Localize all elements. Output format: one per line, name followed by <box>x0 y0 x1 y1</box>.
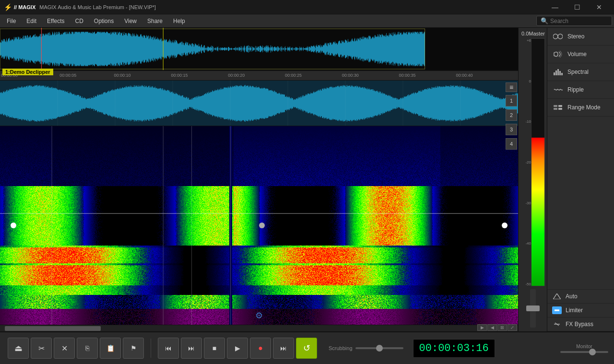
vu-label-m20: -20 <box>520 160 531 164</box>
monitor-section: Monitor <box>560 344 608 353</box>
move-tool-button[interactable]: ⏏ <box>8 338 29 359</box>
menu-options[interactable]: Options <box>89 16 118 26</box>
vu-label-p6: +6 <box>520 38 531 43</box>
app-logo-text: // MAGIX <box>14 4 35 10</box>
stop-button[interactable]: ■ <box>204 338 225 359</box>
titlebar-left: ⚡ // MAGIX MAGIX Audio & Music Lab Premi… <box>4 3 156 11</box>
scrubbing-section: Scrubbing <box>329 345 403 351</box>
goto-start-button[interactable]: ⏮ <box>158 338 179 359</box>
waveform-canvas <box>0 81 518 126</box>
overview-waveform[interactable] <box>0 28 518 71</box>
ripple-button[interactable]: Ripple <box>547 81 614 99</box>
ripple-icon <box>552 85 564 94</box>
menu-share[interactable]: Share <box>142 16 167 26</box>
minimize-button[interactable]: — <box>544 0 566 14</box>
maximize-button[interactable]: ☐ <box>566 0 588 14</box>
master-header: 0.0 Master <box>519 30 547 37</box>
master-panel: 0.0 Master +6 0 -10 -20 -30 -40 -50 <box>518 28 547 331</box>
play-button[interactable]: ▶ <box>227 338 248 359</box>
vu-label-m40: -40 <box>520 241 531 246</box>
app-logo: ⚡ // MAGIX <box>4 3 35 11</box>
menu-view[interactable]: View <box>119 16 142 26</box>
timeline-ruler: 00:00:00 00:00:05 00:00:10 00:00:15 00:0… <box>0 71 518 81</box>
range-mode-button[interactable]: Range Mode <box>547 99 614 117</box>
vu-bar-fill <box>531 138 544 286</box>
menu-effects[interactable]: Effects <box>42 16 69 26</box>
search-input[interactable] <box>550 18 608 24</box>
menu-cd[interactable]: CD <box>71 16 88 26</box>
spectral-icon <box>552 67 564 77</box>
selection-handle-left[interactable] <box>11 223 16 228</box>
cut-button[interactable]: ✂ <box>31 338 52 359</box>
selection-handle-right[interactable] <box>502 223 508 228</box>
right-panel: Stereo Volume <box>547 28 614 331</box>
track-num-1[interactable]: 1 <box>506 95 517 106</box>
h-scrollbar[interactable]: ▶ ◀ ⊠ ⤢ <box>0 325 518 331</box>
svg-rect-3 <box>555 70 557 75</box>
magix-logo-icon: ⚡ <box>4 3 12 11</box>
h-scrollbar-thumb[interactable] <box>5 326 101 331</box>
loop-button[interactable]: ↺ <box>296 338 317 359</box>
ruler-mark-3: 00:00:15 <box>171 73 188 78</box>
vu-label-m10: -10 <box>520 119 531 124</box>
fx-bypass-button[interactable]: FX Bypass <box>547 317 614 331</box>
delete-button[interactable]: ✕ <box>54 338 75 359</box>
spectrogram[interactable]: ⚙ <box>0 126 518 325</box>
transport-separator <box>151 339 151 358</box>
track-num-4[interactable]: 4 <box>506 138 517 150</box>
nav-expand-btn[interactable]: ⤢ <box>508 324 517 331</box>
menu-help[interactable]: Help <box>168 16 190 26</box>
record-button[interactable]: ● <box>250 338 271 359</box>
volume-label: Volume <box>567 51 587 58</box>
svg-rect-8 <box>554 108 557 110</box>
vu-label-m50: -50 <box>520 282 531 286</box>
svg-rect-9 <box>558 105 562 107</box>
main-view[interactable]: ⚙ ▶ ◀ ⊠ ⤢ <box>0 81 518 331</box>
spectral-label: Spectral <box>567 69 589 75</box>
stereo-button[interactable]: Stereo <box>547 28 614 46</box>
track-menu-button[interactable]: ≡ <box>506 82 517 92</box>
next-marker-button[interactable]: ⏭ <box>273 338 294 359</box>
fx-bypass-label: FX Bypass <box>566 321 593 328</box>
timecode-display: 00:00:03:16 <box>413 339 495 358</box>
svg-rect-10 <box>558 108 562 110</box>
fader-thumb[interactable] <box>526 305 540 311</box>
menu-edit[interactable]: Edit <box>22 16 41 26</box>
volume-button[interactable]: Volume <box>547 46 614 63</box>
prev-marker-button[interactable]: ⏭ <box>181 338 202 359</box>
spectral-button[interactable]: Spectral <box>547 63 614 81</box>
auto-icon <box>552 293 562 300</box>
track-num-3[interactable]: 3 <box>506 124 517 135</box>
scrubbing-slider[interactable] <box>355 347 403 349</box>
nav-prev-btn[interactable]: ◀ <box>487 324 497 331</box>
titlebar: ⚡ // MAGIX MAGIX Audio & Music Lab Premi… <box>0 0 614 14</box>
track-num-2[interactable]: 2 <box>506 109 517 121</box>
vu-label-0: 0 <box>520 79 531 83</box>
transport-bar: ⏏ ✂ ✕ ⎘ 📋 ⚑ ⏮ ⏭ ■ ▶ ● ⏭ ↺ Scrubbing 00:0… <box>0 331 614 364</box>
auto-button[interactable]: Auto <box>547 289 614 304</box>
close-button[interactable]: ✕ <box>588 0 610 14</box>
paste-button[interactable]: 📋 <box>100 338 121 359</box>
nav-zoom-fit-btn[interactable]: ⊠ <box>497 324 507 331</box>
nav-play-btn[interactable]: ▶ <box>477 324 487 331</box>
fx-bypass-icon <box>552 320 562 328</box>
waveform-panel: 1:Demo Declipper 00:00:00 00:00:05 00:00… <box>0 28 518 331</box>
copy-button[interactable]: ⎘ <box>77 338 98 359</box>
limiter-button[interactable]: Limiter <box>547 304 614 317</box>
mark-button[interactable]: ⚑ <box>123 338 144 359</box>
selection-handle-center[interactable] <box>259 223 265 228</box>
stereo-svg <box>553 33 563 40</box>
limiter-label: Limiter <box>566 307 583 314</box>
ruler-mark-8: 00:00:40 <box>456 73 472 78</box>
ripple-svg <box>553 86 563 94</box>
range-mode-svg <box>553 104 563 111</box>
svg-rect-6 <box>561 73 563 75</box>
search-icon: 🔍 <box>541 17 548 24</box>
spectral-gear-icon[interactable]: ⚙ <box>255 310 263 321</box>
svg-rect-7 <box>554 105 557 107</box>
menu-file[interactable]: File <box>2 16 21 26</box>
right-panel-spacer <box>547 117 614 289</box>
svg-rect-12 <box>555 309 559 311</box>
titlebar-controls: — ☐ ✕ <box>544 0 610 14</box>
monitor-slider[interactable] <box>560 351 608 353</box>
